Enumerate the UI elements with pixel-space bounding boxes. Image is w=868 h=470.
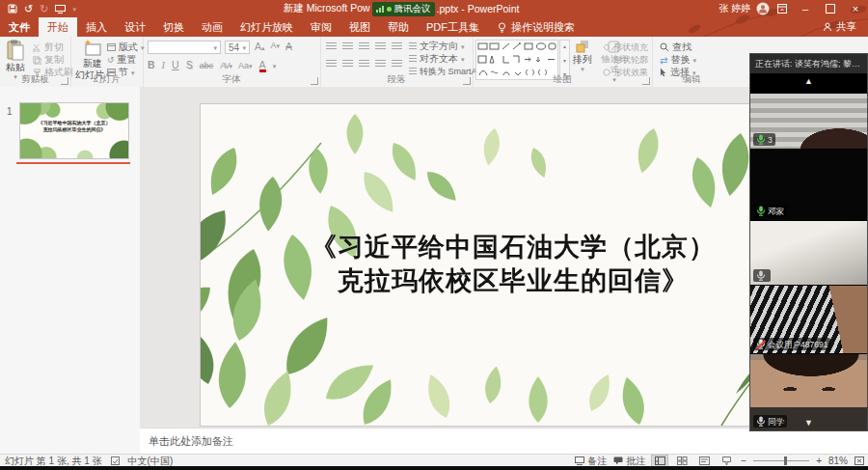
view-reading-button[interactable] [696, 456, 712, 467]
window-controls: – × [793, 0, 868, 17]
zoom-slider[interactable] [753, 460, 809, 461]
text-direction-button[interactable]: 文字方向 ▾ [409, 41, 482, 52]
avatar[interactable] [756, 2, 770, 15]
user-name[interactable]: 张 婷婷 [719, 2, 750, 15]
participant-video-3[interactable] [750, 220, 867, 285]
participant-3-name-chip [753, 269, 771, 282]
undo-icon[interactable]: ↺ [24, 4, 33, 14]
reset-label: 重置 [118, 53, 137, 67]
zoom-in-button[interactable]: + [816, 456, 822, 466]
shapes-scroll-down-icon[interactable]: ▾ [563, 57, 566, 64]
tab-insert[interactable]: 插入 [77, 17, 116, 37]
zoom-level[interactable]: 81% [828, 456, 848, 466]
increase-indent-icon[interactable] [375, 42, 386, 51]
drawing-dialog-launcher[interactable] [642, 77, 650, 85]
slide-title-line2: 克拉玛依校区毕业生的回信》 [201, 263, 826, 297]
find-button[interactable]: 查找 [660, 41, 696, 53]
panel-scroll-down-icon[interactable]: ▼ [750, 419, 867, 428]
tab-help[interactable]: 帮助 [379, 17, 418, 37]
notes-pane[interactable]: 单击此处添加备注 [140, 428, 868, 454]
shape-fill-button[interactable]: 形状填充 [603, 41, 648, 53]
font-name-combo[interactable]: ▾ [148, 41, 221, 54]
start-slideshow-icon[interactable] [55, 5, 66, 14]
windows-taskbar[interactable] [0, 466, 868, 470]
align-center-icon[interactable] [342, 60, 353, 69]
columns-icon[interactable] [392, 60, 402, 69]
fit-to-window-icon[interactable] [854, 456, 864, 465]
tab-home[interactable]: 开始 [39, 17, 77, 37]
line-spacing-icon[interactable] [392, 42, 402, 51]
ribbon-display-options-icon[interactable] [777, 4, 787, 14]
copy-button[interactable]: 复制 [33, 54, 73, 66]
numbering-icon[interactable] [342, 42, 353, 51]
font-color-dropdown-icon[interactable]: ▾ [273, 63, 277, 69]
tab-pdf-tools[interactable]: PDF工具集 [418, 17, 488, 37]
change-case-button[interactable]: Aa▾ [238, 61, 253, 70]
text-shadow-button[interactable]: S [186, 59, 193, 70]
save-icon[interactable] [8, 4, 17, 14]
italic-button[interactable]: I [162, 60, 166, 70]
tencent-meeting-badge[interactable]: 腾讯会议 [372, 2, 435, 16]
participant-1-name-chip: 3 [753, 133, 775, 146]
view-slideshow-button[interactable] [719, 456, 734, 467]
tab-file[interactable]: 文件 [0, 17, 39, 37]
tab-design[interactable]: 设计 [116, 17, 154, 37]
slide-title-text[interactable]: 《习近平给中国石油大学（北京） 克拉玛依校区毕业生的回信》 [201, 230, 826, 297]
layout-button[interactable]: 版式 ▾ [107, 41, 145, 53]
share-button[interactable]: 共享 [811, 17, 868, 37]
justify-icon[interactable] [375, 60, 386, 69]
slide[interactable]: 《习近平给中国石油大学（北京） 克拉玛依校区毕业生的回信》 [201, 104, 826, 426]
font-color-button[interactable]: A [259, 61, 266, 72]
view-slide-sorter-button[interactable] [674, 456, 690, 467]
restore-button[interactable] [818, 0, 843, 17]
zoom-out-button[interactable]: − [741, 456, 746, 466]
font-size-combo[interactable]: 54 ▾ [225, 41, 250, 54]
customize-qat-icon[interactable]: ▾ [72, 6, 76, 13]
tab-review[interactable]: 审阅 [302, 17, 340, 37]
tell-me-search[interactable]: 操作说明搜索 [488, 17, 584, 37]
font-dialog-launcher[interactable] [311, 77, 318, 85]
slide-thumbnail[interactable]: 《习近平给中国石油大学（北京） 克拉玛依校区毕业生的回信》 [19, 102, 129, 159]
spellcheck-icon[interactable] [111, 456, 120, 465]
close-button[interactable]: × [843, 0, 868, 17]
bullets-icon[interactable] [326, 42, 337, 51]
decrease-indent-icon[interactable] [359, 42, 369, 51]
panel-collapse-icon[interactable]: ▲ [750, 77, 867, 86]
arrange-label: 排列 [573, 54, 592, 65]
participant-video-1[interactable]: ▲ 3 [750, 73, 867, 149]
shapes-scroll-up-icon[interactable]: ▴ [563, 42, 566, 49]
minimize-button[interactable]: – [793, 0, 818, 17]
search-label: 操作说明搜索 [511, 20, 575, 35]
bold-button[interactable]: B [148, 59, 155, 70]
strikethrough-button[interactable]: abc [200, 61, 214, 70]
signal-bars-icon [376, 5, 384, 13]
participant-video-4[interactable]: 会议用户487691 [750, 285, 867, 353]
mic-muted-icon [756, 339, 766, 349]
view-normal-button[interactable] [652, 456, 667, 467]
align-text-button[interactable]: 对齐文本 ▾ [409, 53, 482, 65]
shape-outline-button[interactable]: 形状轮廓 [603, 54, 648, 66]
search-icon [660, 42, 669, 52]
tab-animations[interactable]: 动画 [193, 17, 231, 37]
participant-video-5[interactable]: 同学 ▼ [750, 353, 867, 430]
replace-button[interactable]: ⇄ 替换 ▾ [660, 54, 696, 66]
zoom-slider-thumb[interactable] [784, 456, 787, 465]
decrease-font-button[interactable]: A▾ [271, 41, 281, 52]
participant-video-2[interactable]: 邓家 [750, 149, 867, 220]
arrange-button[interactable]: 排列 ▾ [573, 40, 592, 72]
align-left-icon[interactable] [326, 60, 337, 69]
character-spacing-button[interactable]: AV▾ [220, 61, 231, 70]
replace-label: 替换 [670, 53, 690, 67]
underline-button[interactable]: U [172, 59, 179, 70]
reset-button[interactable]: ↺ 重置 [107, 54, 145, 66]
tab-transitions[interactable]: 切换 [154, 17, 193, 37]
tencent-meeting-panel[interactable]: 正在讲话: 谈笑有鸿儒; 黎明; 邓... ▲ 3 邓家 [749, 53, 868, 431]
clear-formatting-button[interactable]: A [285, 41, 292, 52]
paragraph-dialog-launcher[interactable] [463, 77, 471, 85]
increase-font-button[interactable]: A▴ [255, 41, 265, 52]
cut-button[interactable]: 剪切 [33, 41, 73, 53]
align-right-icon[interactable] [359, 60, 369, 69]
clipboard-dialog-launcher[interactable] [61, 77, 68, 85]
tab-slideshow[interactable]: 幻灯片放映 [231, 17, 302, 37]
tab-view[interactable]: 视图 [340, 17, 379, 37]
